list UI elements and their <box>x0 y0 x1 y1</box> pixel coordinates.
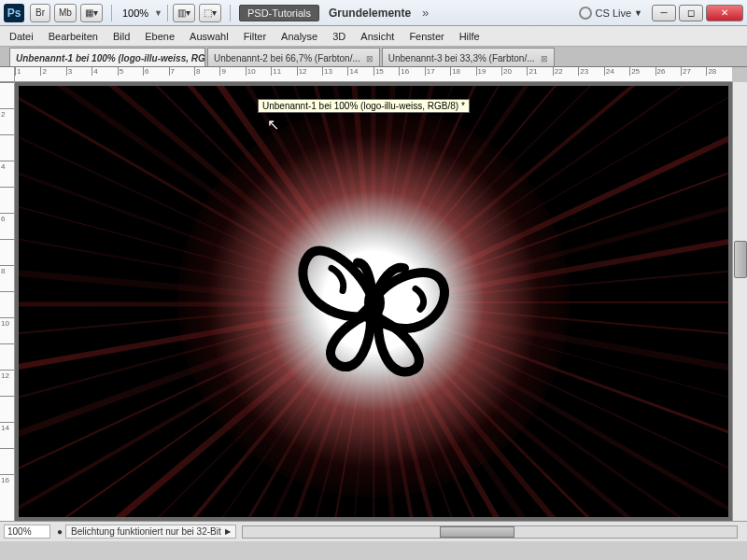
horizontal-scrollbar[interactable] <box>242 525 738 539</box>
doc-tab-label: Unbenannt-3 bei 33,3% (Farbton/... <box>388 53 535 63</box>
chevron-down-icon: ▼ <box>634 8 642 18</box>
scrollbar-thumb[interactable] <box>734 241 747 278</box>
canvas[interactable] <box>19 86 728 517</box>
close-button[interactable]: ✕ <box>706 5 743 21</box>
workspace: 1234567891011121314151617181920212223242… <box>0 67 747 541</box>
title-bar: Ps Br Mb ▦▾ 100% ▼ ▥▾ ⬚▾ PSD-Tutorials G… <box>0 0 747 26</box>
canvas-area: Unbenannt-1 bei 100% (logo-illu-weiss, R… <box>15 82 732 521</box>
doc-tab-label: Unbenannt-1 bei 100% (logo-illu-weiss, R… <box>16 53 205 63</box>
doc-tab-2[interactable]: Unbenannt-2 bei 66,7% (Farbton/... ⊠ <box>207 48 380 66</box>
ruler-vertical[interactable]: 246810121416 <box>0 82 15 521</box>
menu-datei[interactable]: Datei <box>9 31 34 42</box>
chevron-right-icon: ▶ <box>225 527 231 536</box>
close-icon[interactable]: ⊠ <box>366 54 374 63</box>
menu-auswahl[interactable]: Auswahl <box>190 31 229 42</box>
minimize-button[interactable]: ─ <box>652 5 676 21</box>
status-bar: 100% ● Belichtung funktioniert nur bei 3… <box>0 521 747 541</box>
doc-tab-1[interactable]: Unbenannt-1 bei 100% (logo-illu-weiss, R… <box>9 48 205 66</box>
menu-analyse[interactable]: Analyse <box>281 31 317 42</box>
photoshop-logo: Ps <box>4 4 24 22</box>
menu-bar: Datei Bearbeiten Bild Ebene Auswahl Filt… <box>0 26 747 47</box>
menu-ansicht[interactable]: Ansicht <box>360 31 394 42</box>
ruler-corner <box>0 67 15 82</box>
cs-live-button[interactable]: CS Live ▼ <box>579 7 642 20</box>
cs-live-label: CS Live <box>596 7 632 19</box>
expand-icon[interactable]: » <box>422 6 429 20</box>
separator <box>111 5 112 21</box>
menu-3d[interactable]: 3D <box>332 31 345 42</box>
scrollbar-thumb[interactable] <box>440 526 514 538</box>
zoom-level[interactable]: 100% <box>122 7 148 19</box>
doc-tab-label: Unbenannt-2 bei 66,7% (Farbton/... <box>214 53 360 63</box>
menu-bild[interactable]: Bild <box>113 31 130 42</box>
menu-fenster[interactable]: Fenster <box>409 31 444 42</box>
info-icon: ● <box>57 526 63 537</box>
separator <box>230 5 231 21</box>
psd-tutorials-button[interactable]: PSD-Tutorials <box>239 5 319 21</box>
minibridge-button[interactable]: Mb <box>54 4 77 22</box>
status-info-label: Belichtung funktioniert nur bei 32-Bit <box>71 526 221 537</box>
zoom-input[interactable]: 100% <box>4 525 50 539</box>
window-controls: ─ ◻ ✕ <box>652 5 743 21</box>
maximize-button[interactable]: ◻ <box>679 5 703 21</box>
close-icon[interactable]: ⊠ <box>541 54 548 63</box>
chevron-down-icon[interactable]: ▼ <box>154 8 162 18</box>
vertical-scrollbar[interactable] <box>732 82 747 521</box>
screen-mode-button[interactable]: ⬚▾ <box>199 4 221 22</box>
document-tabs: Unbenannt-1 bei 100% (logo-illu-weiss, R… <box>0 47 747 67</box>
cs-live-icon <box>579 7 592 20</box>
status-info[interactable]: Belichtung funktioniert nur bei 32-Bit ▶ <box>65 525 236 539</box>
butterfly-logo <box>275 214 472 382</box>
tab-tooltip: Unbenannt-1 bei 100% (logo-illu-weiss, R… <box>258 99 470 113</box>
workspace-label[interactable]: Grundelemente <box>329 7 411 20</box>
cursor-icon: ↖ <box>267 116 279 133</box>
bridge-button[interactable]: Br <box>30 4 50 22</box>
menu-ebene[interactable]: Ebene <box>145 31 175 42</box>
menu-hilfe[interactable]: Hilfe <box>459 31 480 42</box>
doc-tab-3[interactable]: Unbenannt-3 bei 33,3% (Farbton/... ⊠ <box>382 48 555 66</box>
menu-filter[interactable]: Filter <box>244 31 266 42</box>
view-extras-button[interactable]: ▦▾ <box>80 4 103 22</box>
menu-bearbeiten[interactable]: Bearbeiten <box>49 31 98 42</box>
separator <box>167 5 168 21</box>
arrange-docs-button[interactable]: ▥▾ <box>173 4 195 22</box>
ruler-horizontal[interactable]: 1234567891011121314151617181920212223242… <box>15 67 732 82</box>
